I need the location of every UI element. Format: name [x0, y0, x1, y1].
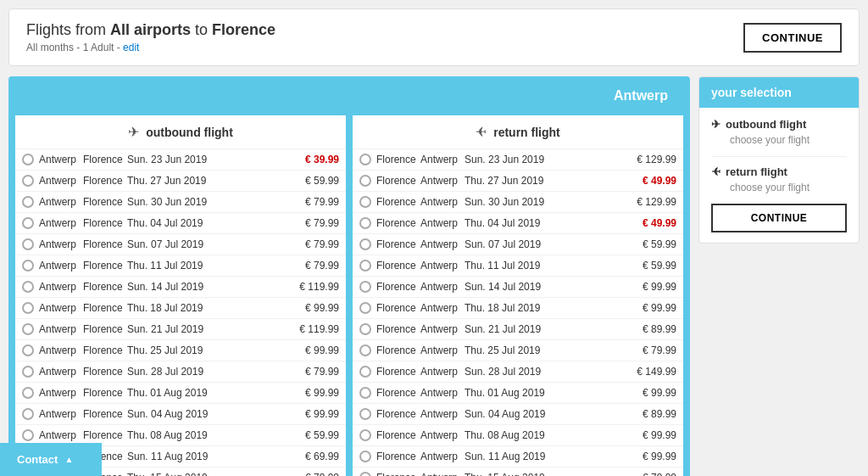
- city-to: Florence: [83, 281, 127, 293]
- flight-date: Sun. 21 Jul 2019: [127, 323, 288, 335]
- flight-radio[interactable]: [359, 387, 371, 399]
- flight-date: Sun. 14 Jul 2019: [127, 281, 288, 293]
- header-continue-button[interactable]: CONTINUE: [743, 23, 842, 53]
- flight-radio[interactable]: [22, 387, 34, 399]
- flight-radio[interactable]: [359, 323, 371, 335]
- flight-price: € 129.99: [626, 196, 676, 208]
- city-to: Florence: [83, 366, 127, 378]
- flight-radio[interactable]: [359, 238, 371, 250]
- flight-date: Thu. 27 Jun 2019: [127, 175, 288, 187]
- city-to: Florence: [83, 196, 127, 208]
- flight-date: Sun. 30 Jun 2019: [127, 196, 288, 208]
- sidebar-return-block: ✈ return flight choose your flight: [711, 165, 847, 193]
- city-to: Florence: [83, 260, 127, 272]
- flight-radio[interactable]: [359, 344, 371, 356]
- flight-radio[interactable]: [359, 217, 371, 229]
- flight-radio[interactable]: [22, 217, 34, 229]
- city-from: Florence: [376, 281, 420, 293]
- city-to: Antwerp: [420, 472, 465, 476]
- flight-radio[interactable]: [359, 302, 371, 314]
- flight-date: Sun. 04 Aug 2019: [465, 408, 626, 420]
- city-to: Antwerp: [420, 366, 465, 378]
- flight-date: Thu. 25 Jul 2019: [127, 344, 288, 356]
- flight-radio[interactable]: [359, 408, 371, 420]
- flight-radio[interactable]: [22, 154, 34, 165]
- table-row: Florence Antwerp Sun. 28 Jul 2019 € 149.…: [353, 361, 683, 383]
- flight-radio[interactable]: [359, 196, 371, 208]
- city-from: Florence: [376, 217, 420, 229]
- flight-date: Sun. 11 Aug 2019: [465, 451, 626, 462]
- flight-radio[interactable]: [22, 408, 34, 420]
- table-row: Florence Antwerp Thu. 04 Jul 2019 € 49.9…: [353, 213, 683, 234]
- sidebar-continue-button[interactable]: CONTINUE: [711, 204, 847, 232]
- city-to: Antwerp: [420, 387, 465, 399]
- flight-radio[interactable]: [359, 451, 371, 462]
- table-row: Florence Antwerp Sun. 14 Jul 2019 € 99.9…: [353, 277, 683, 298]
- outbound-panel: ✈ outbound flight Antwerp Florence Sun. …: [15, 115, 346, 476]
- edit-link[interactable]: edit: [123, 42, 139, 53]
- table-row: Florence Antwerp Thu. 01 Aug 2019 € 99.9…: [353, 383, 683, 404]
- flight-date: Thu. 15 Aug 2019: [465, 472, 626, 476]
- flight-radio[interactable]: [22, 344, 34, 356]
- flight-date: Thu. 01 Aug 2019: [127, 387, 288, 399]
- flight-radio[interactable]: [359, 154, 371, 165]
- sidebar: your selection ✈ outbound flight choose …: [698, 76, 860, 476]
- flight-radio[interactable]: [359, 175, 371, 187]
- flight-date: Thu. 11 Jul 2019: [127, 260, 288, 272]
- contact-bar[interactable]: Contact ▲: [0, 443, 102, 476]
- sidebar-outbound-title: ✈ outbound flight: [711, 118, 847, 131]
- flight-radio[interactable]: [22, 281, 34, 293]
- sidebar-divider: [711, 156, 847, 157]
- flight-radio[interactable]: [22, 323, 34, 335]
- city-to: Florence: [83, 302, 127, 314]
- city-to: Antwerp: [420, 260, 465, 272]
- sidebar-outbound-block: ✈ outbound flight choose your flight: [711, 118, 847, 146]
- flight-date: Thu. 04 Jul 2019: [127, 217, 288, 229]
- flight-radio[interactable]: [22, 429, 34, 441]
- flight-radio[interactable]: [22, 366, 34, 378]
- table-row: Antwerp Florence Sun. 07 Jul 2019 € 79.9…: [15, 234, 346, 255]
- table-row: Antwerp Florence Thu. 11 Jul 2019 € 79.9…: [15, 255, 346, 277]
- outbound-flight-list: Antwerp Florence Sun. 23 Jun 2019 € 39.9…: [15, 149, 346, 476]
- table-row: Florence Antwerp Sun. 07 Jul 2019 € 59.9…: [353, 234, 683, 255]
- flight-radio[interactable]: [22, 238, 34, 250]
- flight-radio[interactable]: [359, 429, 371, 441]
- city-from: Florence: [376, 429, 420, 441]
- table-row: Florence Antwerp Sun. 23 Jun 2019 € 129.…: [353, 149, 683, 171]
- city-from: Florence: [376, 175, 420, 187]
- city-from: Florence: [376, 260, 420, 272]
- page-title: Flights from All airports to Florence: [26, 21, 275, 39]
- sidebar-outbound-icon: ✈: [711, 118, 721, 131]
- flight-price: € 99.99: [288, 387, 339, 399]
- table-row: Antwerp Florence Thu. 25 Jul 2019 € 99.9…: [15, 340, 346, 361]
- city-to: Florence: [83, 344, 127, 356]
- table-row: Florence Antwerp Sun. 11 Aug 2019 € 99.9…: [353, 446, 683, 468]
- city-to: Florence: [83, 323, 127, 335]
- flight-radio[interactable]: [359, 366, 371, 378]
- flight-price: € 99.99: [288, 344, 339, 356]
- return-panel-title: return flight: [493, 126, 560, 139]
- selection-header: your selection: [699, 77, 859, 108]
- flight-price: € 69.99: [288, 451, 339, 462]
- flight-radio[interactable]: [22, 196, 34, 208]
- table-row: Antwerp Florence Sun. 28 Jul 2019 € 79.9…: [15, 361, 346, 383]
- flight-radio[interactable]: [22, 260, 34, 272]
- flight-date: Sun. 21 Jul 2019: [465, 323, 626, 335]
- city-to: Florence: [83, 217, 127, 229]
- table-row: Florence Antwerp Sun. 21 Jul 2019 € 89.9…: [353, 319, 683, 340]
- flight-radio[interactable]: [359, 281, 371, 293]
- flight-radio[interactable]: [22, 302, 34, 314]
- city-from: Florence: [376, 196, 420, 208]
- city-from: Antwerp: [39, 260, 83, 272]
- flight-radio[interactable]: [22, 175, 34, 187]
- flight-price: € 79.99: [288, 196, 339, 208]
- city-from: Antwerp: [39, 281, 83, 293]
- table-row: Antwerp Florence Sun. 23 Jun 2019 € 39.9…: [15, 149, 346, 171]
- main-layout: Antwerp ✈ outbound flight Antwerp Floren…: [8, 76, 860, 476]
- flight-date: Thu. 04 Jul 2019: [465, 217, 626, 229]
- city-from: Antwerp: [39, 323, 83, 335]
- city-from: Antwerp: [39, 429, 83, 441]
- flight-radio[interactable]: [359, 260, 371, 272]
- flight-radio[interactable]: [359, 472, 371, 476]
- flight-price: € 79.99: [288, 238, 339, 250]
